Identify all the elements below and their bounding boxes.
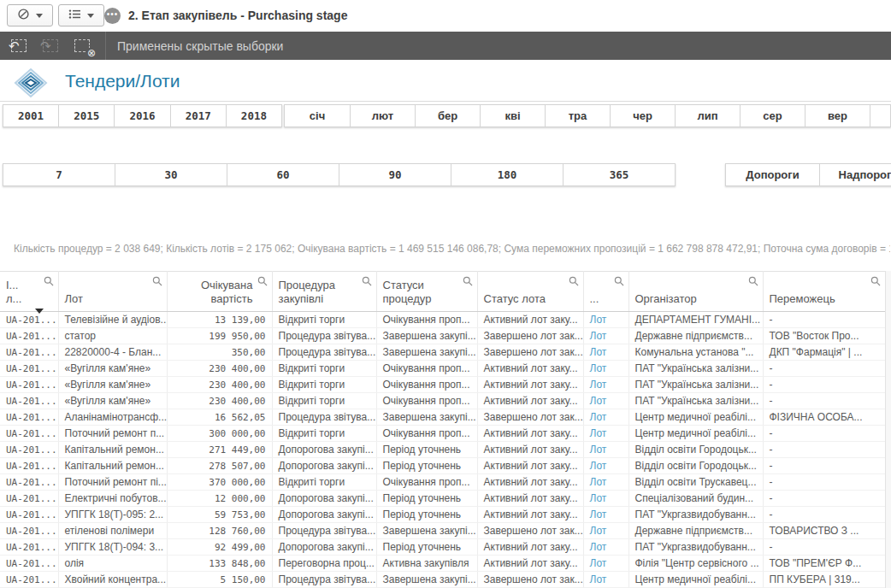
- table-cell[interactable]: Допорогова закупі...: [272, 442, 376, 458]
- column-header[interactable]: Лот: [58, 272, 167, 312]
- listbox-value[interactable]: Допороги: [726, 164, 819, 185]
- table-cell[interactable]: Капітальний ремон...: [58, 442, 167, 458]
- listbox-value[interactable]: 30: [115, 164, 227, 185]
- table-cell[interactable]: Поточний ремонт п...: [58, 426, 167, 442]
- listbox-value[interactable]: лип: [675, 105, 740, 126]
- undo-selection-icon[interactable]: ↶: [8, 37, 32, 56]
- table-cell[interactable]: Переговорна проц...: [272, 556, 376, 572]
- table-cell[interactable]: Активний лот заку...: [477, 393, 583, 409]
- table-cell[interactable]: Електричні побутов...: [58, 491, 167, 507]
- table-cell[interactable]: Допорогова закупі...: [272, 507, 376, 523]
- table-cell[interactable]: Активний лот заку...: [477, 458, 583, 474]
- table-cell[interactable]: UA-201...: [0, 458, 58, 474]
- listbox-value[interactable]: Надпороги: [819, 164, 891, 185]
- table-cell[interactable]: Державне підприємств...: [628, 328, 763, 344]
- lot-link-cell[interactable]: Лот: [583, 409, 628, 426]
- search-icon[interactable]: [152, 276, 162, 289]
- table-cell[interactable]: Центр медичної реабілі...: [628, 426, 763, 442]
- sheet-list-button[interactable]: [58, 4, 104, 26]
- table-cell[interactable]: Відкриті торги: [272, 377, 376, 393]
- lot-link-cell[interactable]: Лот: [583, 328, 628, 344]
- table-cell[interactable]: -: [763, 426, 885, 442]
- table-cell[interactable]: Відділ освіти Городоцьк...: [628, 442, 763, 458]
- table-scrollbar[interactable]: [885, 271, 891, 588]
- table-cell[interactable]: Центр медичної реабілі...: [628, 409, 763, 426]
- listbox-value[interactable]: січ: [285, 105, 350, 126]
- table-cell[interactable]: Завершено лот зак...: [477, 572, 583, 588]
- table-cell[interactable]: -: [763, 442, 885, 458]
- table-cell[interactable]: ПАТ "Українська залізни...: [628, 393, 763, 409]
- table-cell[interactable]: Відділ освіти Трускавец...: [628, 474, 763, 491]
- table-cell[interactable]: ПАТ "Українська залізни...: [628, 361, 763, 377]
- table-cell[interactable]: 22820000-4 - Блан...: [58, 344, 167, 361]
- search-icon[interactable]: [614, 276, 624, 289]
- table-cell[interactable]: Завершено лот зак...: [477, 328, 583, 344]
- search-icon[interactable]: [257, 276, 268, 289]
- table-cell[interactable]: Активний лот заку...: [477, 556, 583, 572]
- listbox-value[interactable]: 2018: [226, 105, 281, 126]
- lot-link-cell[interactable]: Лот: [583, 539, 628, 556]
- table-cell[interactable]: Активний лот заку...: [477, 507, 583, 523]
- table-cell[interactable]: UA-201...: [0, 491, 58, 507]
- listbox-value[interactable]: тра: [545, 105, 610, 126]
- table-cell[interactable]: UA-201...: [0, 426, 58, 442]
- table-cell[interactable]: Процедура звітува...: [272, 409, 376, 426]
- table-cell[interactable]: Філія "Центр сервісного ...: [628, 556, 763, 572]
- table-cell[interactable]: Відкриті торги: [272, 361, 376, 377]
- table-cell[interactable]: Поточний ремонт пі...: [58, 474, 167, 491]
- table-cell[interactable]: Завершено лот зак...: [477, 344, 583, 361]
- lot-link-cell[interactable]: Лот: [583, 507, 628, 523]
- search-icon[interactable]: [748, 276, 758, 289]
- listbox-value[interactable]: 365: [563, 164, 675, 185]
- lot-link-cell[interactable]: Лот: [583, 312, 628, 328]
- table-cell[interactable]: Очікування проп...: [376, 312, 477, 328]
- column-header[interactable]: Організатор: [628, 272, 763, 312]
- table-cell[interactable]: Відкриті торги: [272, 474, 376, 491]
- table-cell[interactable]: Комунальна установа "...: [628, 344, 763, 361]
- table-cell[interactable]: 199 950,00: [167, 328, 272, 344]
- table-cell[interactable]: UA-201...: [0, 556, 58, 572]
- listbox-value[interactable]: 2001: [3, 105, 58, 126]
- table-cell[interactable]: Активний лот заку...: [477, 539, 583, 556]
- table-cell[interactable]: -: [763, 491, 885, 507]
- table-cell[interactable]: Хвойний концентра...: [58, 572, 167, 588]
- column-header[interactable]: Статус лота: [477, 272, 583, 312]
- table-cell[interactable]: ТОВАРИСТВО З ...: [763, 523, 885, 539]
- table-cell[interactable]: Процедура звітува...: [272, 344, 376, 361]
- table-cell[interactable]: Центр медичної реабілі...: [628, 572, 763, 588]
- table-cell[interactable]: Активний лот заку...: [477, 426, 583, 442]
- table-cell[interactable]: 230 400,00: [167, 361, 272, 377]
- table-cell[interactable]: Активний лот заку...: [477, 312, 583, 328]
- listbox-value[interactable]: сер: [740, 105, 805, 126]
- listbox-value[interactable]: бер: [415, 105, 480, 126]
- listbox-value[interactable]: кві: [480, 105, 545, 126]
- table-cell[interactable]: UA-201...: [0, 409, 58, 426]
- column-header[interactable]: Переможець: [763, 272, 885, 312]
- listbox-value[interactable]: вер: [805, 105, 870, 126]
- table-cell[interactable]: ДЕПАРТАМЕНТ ГУМАНІ...: [628, 312, 763, 328]
- listbox-value[interactable]: 7: [3, 164, 115, 185]
- table-cell[interactable]: Спеціалізований будин...: [628, 491, 763, 507]
- table-cell[interactable]: 128 760,00: [167, 523, 272, 539]
- table-cell[interactable]: -: [763, 539, 885, 556]
- table-cell[interactable]: UA-201...: [0, 361, 58, 377]
- search-icon[interactable]: [463, 276, 473, 289]
- table-cell[interactable]: UA-201...: [0, 523, 58, 539]
- listbox-value[interactable]: 60: [227, 164, 339, 185]
- table-cell[interactable]: ПАТ "Українська залізни...: [628, 377, 763, 393]
- search-icon[interactable]: [569, 276, 579, 289]
- listbox-value[interactable]: 2017: [170, 105, 226, 126]
- table-cell[interactable]: -: [763, 377, 885, 393]
- table-cell[interactable]: Завершена закупі...: [376, 409, 477, 426]
- table-cell[interactable]: 59 753,00: [167, 507, 272, 523]
- table-cell[interactable]: ФІЗИЧНА ОСОБА...: [763, 409, 885, 426]
- table-cell[interactable]: Капітальний ремон...: [58, 458, 167, 474]
- table-cell[interactable]: UA-201...: [0, 442, 58, 458]
- table-cell[interactable]: Період уточнень: [376, 442, 477, 458]
- table-cell[interactable]: 16 562,05: [167, 409, 272, 426]
- table-cell[interactable]: UA-201...: [0, 507, 58, 523]
- table-cell[interactable]: -: [763, 474, 885, 491]
- lot-link-cell[interactable]: Лот: [583, 426, 628, 442]
- table-cell[interactable]: Активний лот заку...: [477, 442, 583, 458]
- table-cell[interactable]: Завершена закупі...: [376, 572, 477, 588]
